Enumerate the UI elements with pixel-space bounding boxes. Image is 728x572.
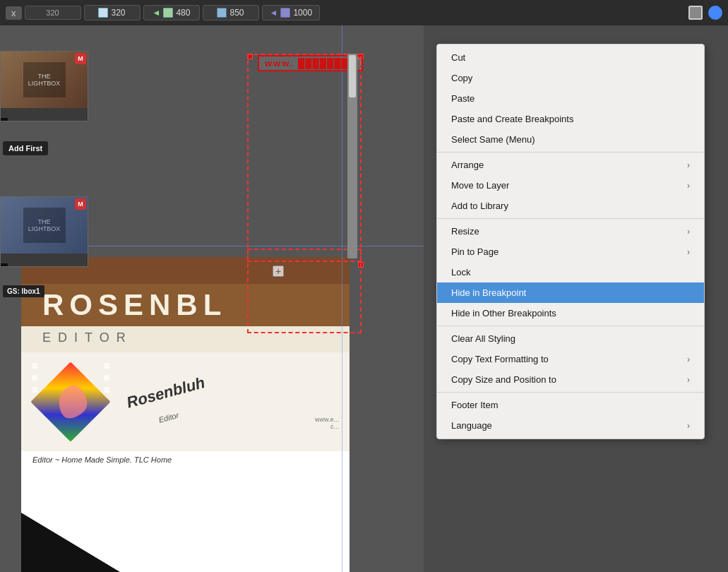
- box-icon-3: [217, 8, 227, 18]
- menu-item-add-to-library[interactable]: Add to Library: [437, 196, 704, 216]
- thumb-badge-2: M: [75, 198, 86, 210]
- menu-arrow-copy-text: ›: [687, 354, 690, 364]
- x-label: 320: [46, 8, 59, 17]
- menu-item-copy[interactable]: Copy: [437, 68, 704, 88]
- film-svg: [28, 359, 113, 444]
- vertical-scrollbar[interactable]: [347, 54, 357, 258]
- svg-rect-3: [32, 387, 37, 393]
- thumb-preview-2: THELIGHTBOX: [23, 208, 66, 243]
- thumb-item-2[interactable]: THELIGHTBOX M: [0, 196, 88, 267]
- www-text: www.: [265, 58, 294, 68]
- menu-label-select-same: Select Same (Menu): [451, 134, 535, 145]
- thumb-text-1: THELIGHTBOX: [28, 73, 61, 87]
- height-value: 1000: [293, 8, 312, 18]
- menu-item-paste[interactable]: Paste: [437, 88, 704, 109]
- view-icon[interactable]: [688, 6, 703, 20]
- menu-item-select-same[interactable]: Select Same (Menu): [437, 129, 704, 150]
- menu-label-pin-to-page: Pin to Page: [451, 246, 499, 257]
- menu-arrow-pin-to-page: ›: [687, 247, 690, 257]
- close-button[interactable]: x: [6, 6, 22, 20]
- film-text-area: Rosenbluh Editor www.e... c...: [120, 380, 342, 424]
- menu-item-hide-breakpoint[interactable]: Hide in Breakpoint: [437, 282, 704, 303]
- width-value: 850: [229, 8, 244, 18]
- box-icon-2: [163, 8, 173, 18]
- plus-icon[interactable]: +: [273, 266, 284, 277]
- svg-rect-5: [104, 375, 109, 381]
- icon1-segment[interactable]: 320: [84, 5, 141, 20]
- menu-item-copy-text[interactable]: Copy Text Formatting to›: [437, 349, 704, 369]
- svg-rect-2: [32, 375, 37, 381]
- menu-separator-7: [437, 218, 704, 219]
- box-icon-1: [98, 8, 108, 18]
- menu-item-language[interactable]: Language›: [437, 415, 704, 436]
- menu-label-add-to-library: Add to Library: [451, 201, 508, 211]
- thumb-label-2: [1, 263, 8, 266]
- website-text: www.e...: [315, 416, 339, 423]
- arrow-left-2: ◄: [270, 8, 278, 18]
- com-text: c...: [330, 423, 339, 430]
- film-graphic: [28, 359, 113, 444]
- svg-rect-6: [104, 387, 109, 393]
- menu-label-arrange: Arrange: [451, 160, 484, 170]
- width-segment[interactable]: 850: [203, 5, 259, 20]
- thumb-badge-1: M: [75, 53, 86, 64]
- page-text-bottom: Editor ~ Home Made Simple. TLC Home: [21, 451, 350, 468]
- menu-label-paste-breakpoints: Paste and Create Breakpoints: [451, 114, 573, 124]
- thumb-label-1: [1, 118, 8, 121]
- box-icon-4: [280, 8, 290, 18]
- menu-label-hide-other: Hide in Other Breakpoints: [451, 308, 556, 318]
- lightbox-thumbs: THELIGHTBOX M Add First THELIGHTBOX M: [0, 51, 88, 270]
- x2-value: 320: [111, 8, 125, 18]
- menu-label-clear-styling: Clear All Styling: [451, 333, 515, 344]
- menu-item-pin-to-page[interactable]: Pin to Page›: [437, 242, 704, 262]
- canvas-area: www. ████████ ROSENBL EDITOR: [0, 25, 424, 572]
- toolbar: x 320 320 ◄ 480 850 ◄ 1000: [0, 0, 728, 25]
- thumb-item-1[interactable]: THELIGHTBOX M: [0, 51, 88, 121]
- selection-dashed-lower: [247, 249, 362, 333]
- thumb-text-2: THELIGHTBOX: [28, 218, 61, 232]
- svg-rect-4: [104, 363, 109, 369]
- menu-label-move-to-layer: Move to Layer: [451, 180, 509, 191]
- menu-item-paste-breakpoints[interactable]: Paste and Create Breakpoints: [437, 109, 704, 129]
- menu-separator-15: [437, 392, 704, 393]
- menu-label-copy-text: Copy Text Formatting to: [451, 354, 549, 364]
- menu-separator-12: [437, 326, 704, 326]
- menu-item-copy-size[interactable]: Copy Size and Position to›: [437, 369, 704, 390]
- menu-label-copy: Copy: [451, 73, 472, 83]
- menu-item-clear-styling[interactable]: Clear All Styling: [437, 328, 704, 349]
- y-value: 480: [176, 8, 190, 18]
- menu-label-footer-item: Footer Item: [451, 400, 498, 410]
- play-button[interactable]: [708, 6, 722, 20]
- gs-label: GS: lbox1: [3, 285, 44, 297]
- menu-arrow-copy-size: ›: [687, 375, 690, 385]
- menu-item-cut[interactable]: Cut: [437, 47, 704, 68]
- menu-arrow-move-to-layer: ›: [687, 181, 690, 191]
- menu-item-footer-item[interactable]: Footer Item: [437, 395, 704, 415]
- height-segment[interactable]: ◄ 1000: [262, 5, 321, 20]
- menu-label-resize: Resize: [451, 226, 479, 237]
- menu-label-hide-breakpoint: Hide in Breakpoint: [451, 287, 526, 298]
- thumb-preview-1: THELIGHTBOX: [23, 62, 66, 97]
- menu-label-paste: Paste: [451, 93, 475, 104]
- selection-dashed-upper: [247, 54, 362, 262]
- film-section: Rosenbluh Editor www.e... c...: [21, 352, 350, 451]
- add-first-button[interactable]: Add First: [3, 141, 48, 155]
- menu-item-hide-other[interactable]: Hide in Other Breakpoints: [437, 303, 704, 323]
- arrow-left: ◄: [153, 8, 161, 18]
- menu-item-resize[interactable]: Resize›: [437, 221, 704, 242]
- menu-separator-4: [437, 152, 704, 153]
- y-position-segment[interactable]: ◄ 480: [143, 5, 200, 20]
- menu-label-language: Language: [451, 420, 492, 431]
- menu-item-move-to-layer[interactable]: Move to Layer›: [437, 175, 704, 196]
- svg-rect-1: [32, 363, 37, 369]
- context-menu: CutCopyPastePaste and Create Breakpoints…: [436, 44, 705, 439]
- scrollbar-thumb[interactable]: [349, 55, 356, 97]
- menu-label-copy-size: Copy Size and Position to: [451, 374, 556, 385]
- x-position-segment[interactable]: 320: [25, 6, 81, 20]
- menu-arrow-arrange: ›: [687, 160, 690, 170]
- menu-arrow-resize: ›: [687, 227, 690, 237]
- menu-label-cut: Cut: [451, 52, 465, 63]
- menu-item-arrange[interactable]: Arrange›: [437, 155, 704, 175]
- menu-item-lock[interactable]: Lock: [437, 262, 704, 282]
- menu-arrow-language: ›: [687, 421, 690, 431]
